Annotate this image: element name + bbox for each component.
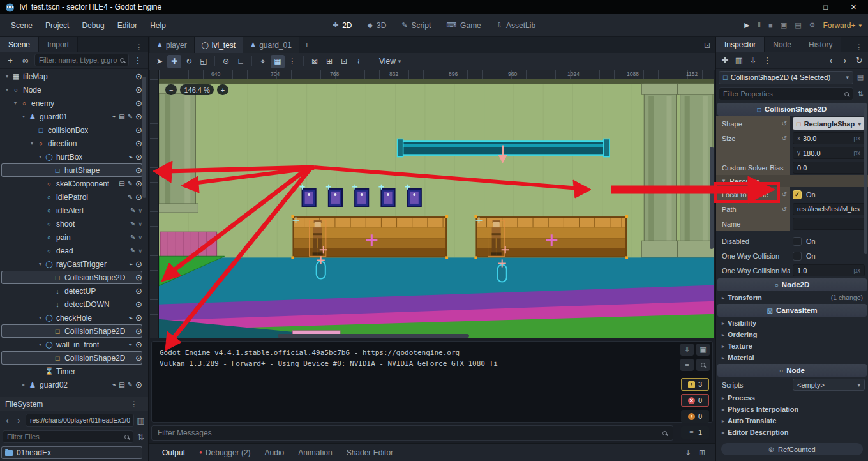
add-node-button[interactable]: + <box>4 54 17 66</box>
tree-scrollbar[interactable] <box>142 77 146 198</box>
eye-icon[interactable]: ⊙ <box>135 139 142 148</box>
dock-menu-icon[interactable]: ⋮ <box>850 43 868 52</box>
anim-icon[interactable]: ▤ <box>119 381 124 388</box>
revert-icon[interactable]: ↺ <box>782 191 787 198</box>
tree-item-CollisionShape2D[interactable]: □CollisionShape2D⊙ <box>1 271 142 284</box>
disabled-checkbox[interactable] <box>793 237 802 246</box>
viewport-canvas[interactable] <box>159 79 714 338</box>
skeleton-options-icon[interactable]: ≀ <box>352 55 366 68</box>
tree-item-CollisionShape2D[interactable]: □CollisionShape2D⊙ <box>1 351 142 365</box>
size-x-field[interactable]: x30.0px <box>793 132 865 144</box>
close-button[interactable]: ✕ <box>851 3 857 11</box>
tree-item-enemy[interactable]: ▾○enemy⊙ <box>1 96 142 110</box>
tree-item-direction[interactable]: ▾○direction⊙ <box>1 137 142 150</box>
group-editor-description[interactable]: ▸Editor Description <box>716 427 868 438</box>
property-sort-icon[interactable]: ⇅ <box>855 90 865 98</box>
group-ordering[interactable]: ▸Ordering <box>716 329 868 340</box>
save-resource-icon[interactable]: ⇩ <box>747 54 760 66</box>
maximize-button[interactable]: □ <box>823 3 828 11</box>
eye-icon[interactable]: ⊙ <box>135 326 142 336</box>
play-button[interactable]: ▶ <box>744 21 749 29</box>
script-icon[interactable]: ✎ <box>130 247 135 254</box>
custom-solver-bias-field[interactable]: 0.0 <box>793 162 865 174</box>
eye-icon[interactable]: ⊙ <box>135 112 142 121</box>
instance-scene-button[interactable]: ∞ <box>19 54 32 66</box>
script-dropdown[interactable]: <empty> ▾ <box>793 379 865 391</box>
tree-item-hurtShape[interactable]: □hurtShape⊙ <box>1 163 142 177</box>
copy-log-icon[interactable]: ▣ <box>696 344 710 356</box>
dock-menu-icon[interactable]: ⋮ <box>130 43 148 52</box>
tree-item-CollisionShape2D[interactable]: □CollisionShape2D⊙ <box>1 324 142 338</box>
new-resource-icon[interactable]: ✚ <box>719 54 731 66</box>
refcounted-badge[interactable]: ◎ RefCounted <box>721 443 863 455</box>
tree-item-rayCastTrigger[interactable]: ▾◯rayCastTrigger⌁⊙ <box>1 257 142 271</box>
select-tool-icon[interactable]: ➤ <box>153 55 167 68</box>
grid-snap-icon[interactable]: ▦ <box>271 55 285 68</box>
tree-item-guard02[interactable]: ▸♟guard02⌁▤✎⊙ <box>1 378 142 391</box>
workspace-tab-2d[interactable]: ✚2D <box>326 19 359 32</box>
scene-tab-player[interactable]: ♟player <box>150 37 195 53</box>
script-icon[interactable]: ✎ <box>128 180 133 187</box>
pivot-tool-icon[interactable]: ⊙ <box>219 55 233 68</box>
eye-icon[interactable]: ⊙ <box>135 72 142 81</box>
pause-button[interactable]: Ⅱ <box>758 21 761 29</box>
fs-split-view-icon[interactable]: ▥ <box>136 416 146 425</box>
script-icon[interactable]: ✎ <box>128 113 133 120</box>
signal-icon[interactable]: ⌁ <box>129 261 133 268</box>
eye-icon[interactable]: ⊙ <box>135 380 142 389</box>
error-badge[interactable]: ✕0 <box>681 394 709 407</box>
tree-item-wall_in_front[interactable]: ▾◯wall_in_front⌁⊙ <box>1 338 142 351</box>
minimize-button[interactable]: — <box>793 3 800 11</box>
tree-expand-icon[interactable]: ▾ <box>3 87 11 93</box>
zoom-level[interactable]: 146.4 % <box>180 84 213 95</box>
tree-item-shoot[interactable]: ○shoot✎∨ <box>1 217 142 230</box>
eye-icon[interactable]: ⊙ <box>135 353 142 363</box>
tree-expand-icon[interactable]: ▾ <box>36 261 44 267</box>
group-icon[interactable]: ⊡ <box>337 55 351 68</box>
workspace-tab-3d[interactable]: ◆3D <box>361 19 393 32</box>
move-tool-icon[interactable]: ✚ <box>167 55 181 68</box>
tree-item-idleAlert[interactable]: ○idleAlert✎∨ <box>1 204 142 217</box>
fs-path-input[interactable] <box>30 416 130 424</box>
menu-editor[interactable]: Editor <box>112 19 143 32</box>
renderer-settings-icon[interactable]: ⚙ <box>809 21 816 29</box>
tree-menu-icon[interactable]: ⋮ <box>131 54 144 66</box>
tree-item-guard01[interactable]: ▾♟guard01⌁▤✎⊙ <box>1 110 142 123</box>
group-auto-translate[interactable]: ▸Auto Translate <box>716 415 868 427</box>
revert-icon[interactable]: ↺ <box>782 135 787 142</box>
script-icon[interactable]: ✎ <box>130 220 135 227</box>
tree-expand-icon[interactable]: ▸ <box>20 382 27 388</box>
group-visibility[interactable]: ▸Visibility <box>716 317 868 329</box>
workspace-tab-assetlib[interactable]: ⇩AssetLib <box>490 19 542 32</box>
unlock-icon[interactable]: ⊞ <box>322 55 336 68</box>
rotate-tool-icon[interactable]: ↻ <box>182 55 196 68</box>
tree-item-tileMap[interactable]: ▾▦tileMap⊙ <box>1 70 142 83</box>
view-menu-button[interactable]: View▾ <box>374 55 406 68</box>
script-icon[interactable]: ✎ <box>128 193 133 200</box>
inspector-scrollbar[interactable] <box>864 107 867 254</box>
tree-item-collisionBox[interactable]: □collisionBox⊙ <box>1 123 142 137</box>
one-way-collision-checkbox[interactable] <box>793 252 802 261</box>
bottom-tab-shader-editor[interactable]: Shader Editor <box>340 444 400 461</box>
anim-icon[interactable]: ▤ <box>119 180 124 187</box>
tree-item-detectUP[interactable]: ↓detectUP⊙ <box>1 284 142 298</box>
collapse-icon[interactable]: ∨ <box>138 221 142 227</box>
revert-icon[interactable]: ↺ <box>782 206 787 213</box>
log-list-icon[interactable]: ≡ <box>680 359 694 371</box>
tab-history[interactable]: History <box>800 37 841 52</box>
tree-item-Timer[interactable]: ⌛Timer <box>1 365 142 378</box>
tree-expand-icon[interactable]: ▾ <box>36 315 44 321</box>
smart-snap-icon[interactable]: ⌖ <box>256 55 270 68</box>
resource-menu-icon[interactable]: ⋮ <box>761 54 774 66</box>
tree-expand-icon[interactable]: ▾ <box>28 140 36 146</box>
tab-import[interactable]: Import <box>39 37 78 52</box>
eye-icon[interactable]: ⊙ <box>135 299 142 309</box>
load-resource-icon[interactable]: ▥ <box>733 54 745 66</box>
filesystem-menu-icon[interactable]: ⋮ <box>125 400 143 409</box>
eye-icon[interactable]: ⊙ <box>135 179 142 188</box>
eye-icon[interactable]: ⊙ <box>135 259 142 269</box>
eye-icon[interactable]: ⊙ <box>135 273 142 282</box>
collapse-icon[interactable]: ∨ <box>138 248 142 254</box>
menu-project[interactable]: Project <box>40 19 75 32</box>
size-y-field[interactable]: y180.0px <box>793 147 865 159</box>
